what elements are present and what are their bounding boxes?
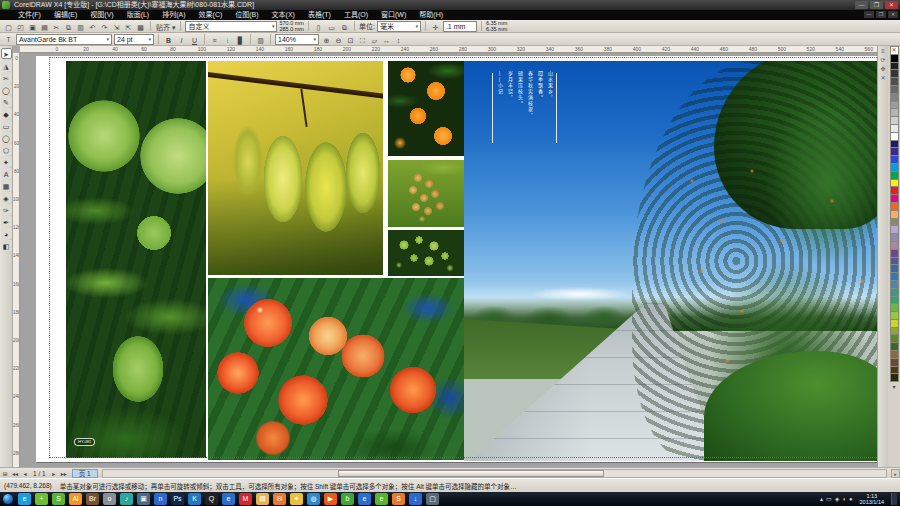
menu-item-10[interactable]: 窗口(W) <box>375 10 412 20</box>
taskbar-red-m-app[interactable]: M <box>239 493 252 505</box>
tray-up-icon[interactable]: ▴ <box>820 493 823 505</box>
taskbar-photoshop[interactable]: Ps <box>171 493 184 505</box>
tray-volume-icon[interactable]: ◖ <box>842 493 846 505</box>
zoom-height-icon[interactable]: ↕ <box>393 34 404 45</box>
taskbar-illustrator[interactable]: Ai <box>69 493 82 505</box>
menu-item-4[interactable]: 排列(A) <box>156 10 191 20</box>
duplicate-y-field[interactable]: 6.35 mm <box>486 26 507 32</box>
portrait-icon[interactable]: ▯ <box>313 21 324 32</box>
menu-item-0[interactable]: 文件(F) <box>12 10 47 20</box>
docker-menu-icon[interactable]: ≡ <box>881 48 885 54</box>
menu-item-8[interactable]: 表格(T) <box>302 10 337 20</box>
taskbar-thunder[interactable]: ✦ <box>290 493 303 505</box>
polygon-tool[interactable]: ⬠ <box>1 144 12 155</box>
vertical-ruler[interactable]: 020406080100120140160180200220240260280 <box>13 53 20 467</box>
taskbar-ie[interactable]: e <box>18 493 31 505</box>
italic-button[interactable]: I <box>176 34 187 45</box>
redo-icon[interactable]: ↷ <box>99 21 110 32</box>
doc-minimize-button[interactable]: — <box>864 11 874 18</box>
close-button[interactable]: ✕ <box>885 1 898 9</box>
basic-shapes-tool[interactable]: ✦ <box>1 156 12 167</box>
copy-icon[interactable]: ⧉ <box>63 21 74 32</box>
bullet-button[interactable]: ⁝ <box>222 34 233 45</box>
pick-tool[interactable]: ➤ <box>1 48 12 59</box>
rectangle-tool[interactable]: ▭ <box>1 120 12 131</box>
app-launcher-icon[interactable]: ▩ <box>135 21 146 32</box>
scroll-right-arrow[interactable]: ▸ <box>891 469 900 478</box>
menu-item-1[interactable]: 编辑(E) <box>48 10 83 20</box>
prev-page-button[interactable]: ◂ <box>20 470 30 477</box>
menu-item-3[interactable]: 版面(L) <box>121 10 156 20</box>
smart-fill-tool[interactable]: ◆ <box>1 108 12 119</box>
paper-preset-dropdown[interactable]: 自定义▾ <box>185 21 277 32</box>
doc-restore-button[interactable]: ❐ <box>876 11 886 18</box>
taskbar-netdisk[interactable]: n <box>154 493 167 505</box>
horizontal-scrollbar[interactable] <box>102 469 887 478</box>
show-desktop-button[interactable] <box>891 493 897 505</box>
undo-icon[interactable]: ↶ <box>87 21 98 32</box>
taskbar-ie2[interactable]: e <box>222 493 235 505</box>
taskbar-clock[interactable]: 1:13 2013/1/14 <box>856 493 888 505</box>
palette-swatch-41[interactable] <box>890 373 899 382</box>
menu-item-7[interactable]: 文本(X) <box>266 10 301 20</box>
menu-item-5[interactable]: 效果(C) <box>193 10 229 20</box>
tray-safety-icon[interactable]: ● <box>849 493 853 505</box>
menu-item-6[interactable]: 位图(B) <box>229 10 264 20</box>
taskbar-player[interactable]: ▶ <box>324 493 337 505</box>
tray-network-icon[interactable]: ◈ <box>835 493 840 505</box>
zoom-selection-icon[interactable]: ⊡ <box>345 34 356 45</box>
shape-tool[interactable]: ◮ <box>1 60 12 71</box>
start-button[interactable] <box>2 493 14 505</box>
doc-close-button[interactable]: ✕ <box>888 11 898 18</box>
taskbar-green-bird[interactable]: b <box>341 493 354 505</box>
table-tool[interactable]: ▦ <box>1 180 12 191</box>
photo-peaches[interactable] <box>208 278 464 460</box>
zoom-page-icon[interactable]: ▱ <box>369 34 380 45</box>
snap-dropdown[interactable]: 贴齐 ▾ <box>155 21 176 32</box>
page-height-field[interactable]: 285.0 mm <box>279 26 303 32</box>
taskbar-e-blue[interactable]: e <box>358 493 371 505</box>
first-page-button[interactable]: ◂◂ <box>10 470 20 477</box>
photo-starfruit[interactable] <box>208 61 383 275</box>
cut-icon[interactable]: ✂ <box>51 21 62 32</box>
taskbar-foxmail[interactable]: ✉ <box>273 493 286 505</box>
photo-orchard-road[interactable]: 山水果乡，四季飘香。春华秋实满枝翠，硕果压枝头。岁月丰饶，——小记 <box>464 61 877 461</box>
page-tab-1[interactable]: 页 1 <box>72 469 98 478</box>
eyedropper-tool[interactable]: ✑ <box>1 204 12 215</box>
blend-tool[interactable]: ◈ <box>1 192 12 203</box>
last-page-button[interactable]: ▸▸ <box>59 470 69 477</box>
open-icon[interactable]: ◰ <box>15 21 26 32</box>
zoom-out-icon[interactable]: ⊖ <box>333 34 344 45</box>
add-page-button[interactable]: ⊞ <box>0 470 10 477</box>
docker-close-icon[interactable]: ✕ <box>880 75 885 81</box>
nudge-field[interactable]: .1 mm <box>443 21 477 32</box>
taskbar-folder[interactable]: ▤ <box>256 493 269 505</box>
zoom-in-icon[interactable]: ⊕ <box>321 34 332 45</box>
taskbar-qq[interactable]: Q <box>205 493 218 505</box>
photo-green-pomelos[interactable]: HY-081 <box>66 61 206 458</box>
font-dropdown[interactable]: AvantGarde Bk BT▾ <box>16 34 112 45</box>
menu-item-9[interactable]: 工具(O) <box>338 10 374 20</box>
taskbar-office[interactable]: o <box>103 493 116 505</box>
tray-display-icon[interactable]: ▭ <box>826 493 832 505</box>
horizontal-scrollbar-thumb[interactable] <box>338 470 604 477</box>
photo-oranges-thumbnail[interactable] <box>388 61 464 156</box>
interactive-fill-tool[interactable]: ◧ <box>1 240 12 251</box>
palette-no-fill-swatch[interactable] <box>890 46 899 55</box>
document-page[interactable]: HY-081 山水果乡，四季飘香。春华秋实满枝翠，硕果压枝头。岁月丰饶，——小记 <box>36 56 877 462</box>
photo-longan-thumbnail[interactable] <box>388 160 464 227</box>
taskbar-bridge[interactable]: Br <box>86 493 99 505</box>
menu-item-2[interactable]: 视图(V) <box>84 10 119 20</box>
edit-text-icon[interactable]: ▥ <box>255 34 266 45</box>
next-page-button[interactable]: ▸ <box>49 470 59 477</box>
taskbar-coreldraw[interactable]: K <box>188 493 201 505</box>
palette-scroll-down-icon[interactable]: ▾ <box>892 383 895 390</box>
menu-item-11[interactable]: 帮助(H) <box>413 10 449 20</box>
taskbar-music-app[interactable]: ♪ <box>120 493 133 505</box>
new-document-icon[interactable]: ▢ <box>3 21 14 32</box>
export-icon[interactable]: ⇱ <box>123 21 134 32</box>
alignment-dropdown[interactable]: ≡ <box>209 34 220 45</box>
zoom-level-dropdown[interactable]: 140%▾ <box>275 34 319 45</box>
all-pages-icon[interactable]: ⧉ <box>339 21 350 32</box>
maximize-button[interactable]: ❐ <box>870 1 883 9</box>
